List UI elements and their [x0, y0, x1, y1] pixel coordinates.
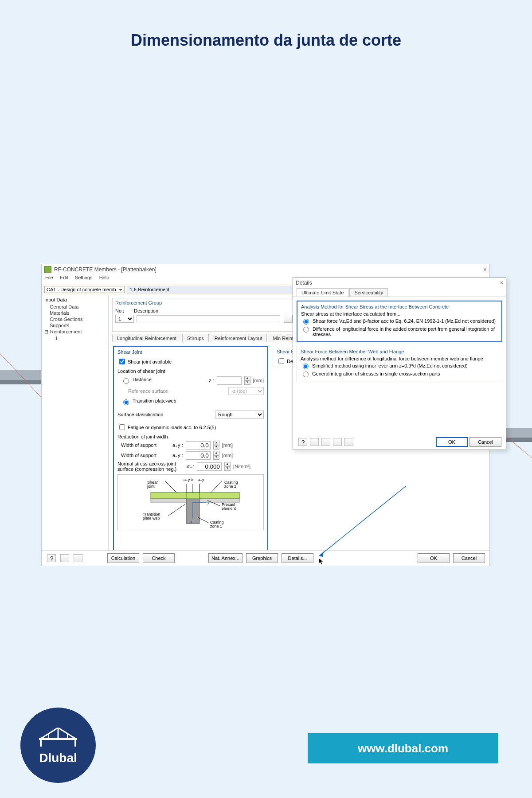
svg-marker-37	[319, 558, 323, 564]
sec1-opt1[interactable]: Shear force Vz,Ed and β-factor acc to Eq…	[301, 318, 498, 325]
dtab-uls[interactable]: Ultimate Limit State	[297, 288, 348, 297]
details-dialog: Details × Ultimate Limit State Serviceab…	[293, 277, 506, 450]
app-icon	[44, 266, 51, 273]
svg-text:joint: joint	[147, 484, 155, 489]
tab-stirrups[interactable]: Stirrups	[182, 334, 209, 342]
tab-longitudinal[interactable]: Longitudinal Reinforcement	[112, 334, 181, 342]
close-icon[interactable]: ×	[483, 266, 487, 273]
sigma-input[interactable]	[197, 462, 222, 471]
details-load-icon[interactable]	[333, 438, 342, 446]
details-titlebar: Details ×	[293, 278, 506, 288]
details-units-icon[interactable]	[310, 438, 319, 446]
dtab-sls[interactable]: Serviceability	[349, 288, 388, 297]
wos1-input[interactable]	[186, 441, 211, 450]
nat-annex-button[interactable]: Nat. Annex...	[208, 553, 243, 563]
surface-class-combo[interactable]: Rough	[215, 411, 264, 419]
details-help-icon[interactable]: ?	[298, 438, 307, 446]
tree-item-reinforcement[interactable]: ⊟Reinforcement	[44, 329, 106, 335]
tree-item-general[interactable]: General Data	[44, 304, 106, 310]
svg-line-10	[165, 481, 176, 493]
svg-line-22	[168, 504, 185, 516]
case-combo[interactable]: CA1 - Design of concrete memb	[44, 286, 125, 293]
fatigue-check[interactable]: Fatigue or dynamic loads acc. to 6.2.5(5…	[117, 423, 264, 431]
check-button[interactable]: Check	[143, 553, 175, 563]
menu-file[interactable]: File	[45, 275, 53, 280]
details-close-icon[interactable]: ×	[500, 280, 503, 286]
sec2-opt2[interactable]: General integration of stresses in singl…	[301, 371, 498, 377]
details-tabs: Ultimate Limit State Serviceability	[293, 288, 506, 297]
sec2-opt1[interactable]: Simplified method using inner lever arm …	[301, 363, 498, 369]
sec2-title: Shear Force Between Member Web and Flang…	[301, 349, 498, 354]
cursor-icon	[318, 558, 325, 565]
z-spinner: ▴▾	[244, 376, 250, 385]
svg-text:zone 2: zone 2	[224, 484, 236, 489]
graphics-button[interactable]: Graphics	[246, 553, 278, 563]
reinforcement-group: Reinforcement Group No.: Description: 1	[112, 298, 321, 332]
shear-joint-fieldset: Shear Joint Shear joint available Locati…	[113, 346, 268, 553]
sec2-lead: Analysis method for difference of longit…	[301, 356, 498, 361]
z-unit: [mm]	[253, 378, 264, 383]
details-cancel-button[interactable]: Cancel	[469, 437, 501, 447]
sec1-title: Analysis Method for Shear Stress at the …	[301, 304, 498, 309]
shear-joint-title: Shear Joint	[117, 349, 264, 355]
export-icon[interactable]	[74, 554, 82, 562]
wos2-unit: [mm]	[222, 453, 233, 458]
menu-help[interactable]: Help	[99, 275, 110, 280]
window-title: RF-CONCRETE Members - [Plattenbalken]	[54, 266, 156, 273]
cancel-button[interactable]: Cancel	[453, 553, 485, 563]
wos1-unit: [mm]	[222, 442, 233, 448]
wos2-sym: a₋y :	[172, 453, 183, 458]
z-input	[217, 376, 242, 385]
tree-subitem-1[interactable]: 1	[44, 335, 106, 341]
brand-name: Dlubal	[39, 751, 77, 765]
details-reset-icon[interactable]	[321, 438, 330, 446]
details-ok-button[interactable]: OK	[436, 437, 468, 447]
svg-text:element: element	[222, 506, 236, 511]
ref-surface-combo: -z (top)	[228, 387, 264, 395]
navigation-tree: Input Data General Data Materials Cross-…	[42, 295, 109, 557]
sec1-opt2[interactable]: Difference of longitudinal force in the …	[301, 326, 498, 337]
description-input[interactable]	[137, 315, 280, 322]
window-titlebar: RF-CONCRETE Members - [Plattenbalken] ×	[42, 264, 489, 275]
opt-distance[interactable]: Distance	[121, 377, 152, 384]
tree-header: Input Data	[44, 297, 106, 302]
tree-item-supports[interactable]: Supports	[44, 322, 106, 329]
details-save-icon[interactable]	[344, 438, 353, 446]
wos2-input[interactable]	[186, 451, 211, 460]
brand-logo: Dlubal	[20, 708, 96, 783]
wos2-spinner[interactable]: ▴▾	[213, 451, 219, 460]
z-label: z :	[209, 378, 214, 383]
opt-transition[interactable]: Transition plate-web	[121, 398, 176, 405]
menu-edit[interactable]: Edit	[60, 275, 68, 280]
bridge-icon	[38, 725, 78, 748]
no-combo[interactable]: 1	[115, 315, 134, 323]
help-icon[interactable]: ?	[47, 554, 56, 562]
svg-text:plate web: plate web	[143, 516, 160, 520]
desc-label: Description:	[134, 308, 160, 313]
wos1-label: Width of support	[121, 442, 170, 448]
surface-class-label: Surface classification	[117, 412, 163, 417]
app-footer: ? Calculation Check Nat. Annex... Graphi…	[42, 550, 489, 566]
tree-item-cross-sections[interactable]: Cross-Sections	[44, 316, 106, 322]
sigma-sym: σₙ :	[187, 464, 194, 469]
wos1-spinner[interactable]: ▴▾	[213, 441, 219, 450]
details-button[interactable]: Details...	[282, 553, 313, 563]
page-title: Dimensionamento da junta de corte	[0, 0, 532, 50]
calculation-button[interactable]: Calculation	[107, 553, 139, 563]
units-icon[interactable]	[60, 554, 69, 562]
new-group-button[interactable]	[284, 315, 293, 323]
details-panel-2: Shear Force Between Member Web and Flang…	[297, 346, 502, 382]
details-panel-1: Analysis Method for Shear Stress at the …	[297, 301, 502, 342]
shear-joint-diagram: Shear joint Casting zone 2 a₋y bᵢ a₊y Tr…	[117, 474, 264, 530]
ok-button[interactable]: OK	[418, 553, 450, 563]
location-label: Location of shear joint	[117, 368, 264, 374]
shear-joint-available-check[interactable]: Shear joint available	[117, 357, 264, 366]
svg-rect-9	[186, 493, 200, 499]
svg-line-14	[211, 481, 222, 493]
tree-item-materials[interactable]: Materials	[44, 310, 106, 316]
sec1-lead: Shear stress at the interface calculated…	[301, 311, 498, 317]
wos2-label: Width of support	[121, 453, 170, 458]
sigma-spinner[interactable]: ▴▾	[224, 462, 231, 471]
menu-settings[interactable]: Settings	[75, 275, 93, 280]
tab-layout[interactable]: Reinforcement Layout	[210, 334, 267, 342]
